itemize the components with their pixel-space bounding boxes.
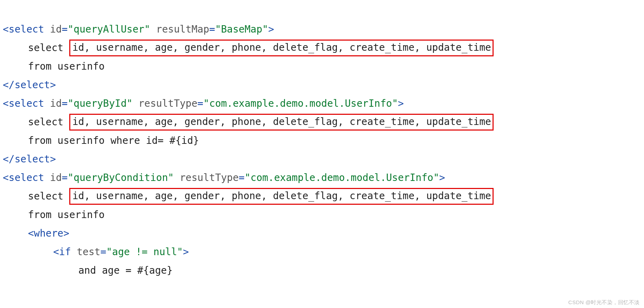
highlighted-columns-3: id, username, age, gender, phone, delete…: [69, 188, 494, 205]
attr-resultMap: resultMap: [156, 23, 209, 35]
from-clause-3: from userinfo: [3, 205, 105, 224]
watermark: CSDN @时光不染，回忆不淡: [568, 299, 640, 306]
highlighted-columns-1: id, username, age, gender, phone, delete…: [69, 40, 494, 56]
line-13: <if test="age != null">: [3, 246, 189, 258]
line-6: select id, username, age, gender, phone,…: [3, 116, 494, 128]
line-12: <where>: [3, 227, 69, 239]
line-5: <select id="queryById" resultType="com.e…: [3, 98, 404, 109]
val-test-age: "age != null": [106, 246, 183, 258]
attr-id: id: [50, 23, 62, 35]
from-clause-2: from userinfo where id= #{id}: [3, 131, 199, 150]
val-queryByCondition: "queryByCondition": [68, 172, 174, 183]
kw-select: select: [28, 42, 69, 54]
attr-resultType: resultType: [180, 172, 239, 183]
line-11: from userinfo: [3, 209, 105, 220]
line-9: <select id="queryByCondition" resultType…: [3, 172, 445, 183]
tag-select: select: [9, 23, 44, 35]
attr-resultType: resultType: [139, 98, 198, 109]
line-4: </select>: [3, 79, 56, 91]
val-userinfo-type: "com.example.demo.model.UserInfo": [245, 172, 439, 183]
code-block: <select id="queryAllUser" resultMap="Bas…: [0, 0, 644, 280]
line-14: and age = #{age}: [3, 265, 173, 276]
val-userinfo-type: "com.example.demo.model.UserInfo": [203, 98, 398, 109]
tag-where: where: [34, 227, 63, 239]
line-7: from userinfo where id= #{id}: [3, 135, 199, 146]
from-clause-1: from userinfo: [3, 57, 105, 76]
val-queryAllUser: "queryAllUser": [68, 23, 150, 35]
val-queryById: "queryById": [68, 98, 132, 109]
line-1: <select id="queryAllUser" resultMap="Bas…: [3, 23, 274, 35]
line-8: </select>: [3, 153, 56, 165]
if-body-age: and age = #{age}: [3, 261, 173, 280]
tag-if: if: [59, 246, 71, 258]
angle-open: <: [3, 23, 9, 35]
line-3: from userinfo: [3, 61, 105, 72]
val-BaseMap: "BaseMap": [215, 23, 268, 35]
line-2: select id, username, age, gender, phone,…: [3, 42, 494, 54]
line-10: select id, username, age, gender, phone,…: [3, 190, 494, 202]
attr-test: test: [77, 246, 100, 258]
highlighted-columns-2: id, username, age, gender, phone, delete…: [69, 114, 494, 131]
kw-select: select: [28, 116, 69, 128]
tag-select: select: [9, 98, 44, 109]
kw-select: select: [28, 190, 69, 202]
tag-select: select: [9, 172, 44, 183]
attr-id: id: [50, 172, 62, 183]
attr-id: id: [50, 98, 62, 109]
